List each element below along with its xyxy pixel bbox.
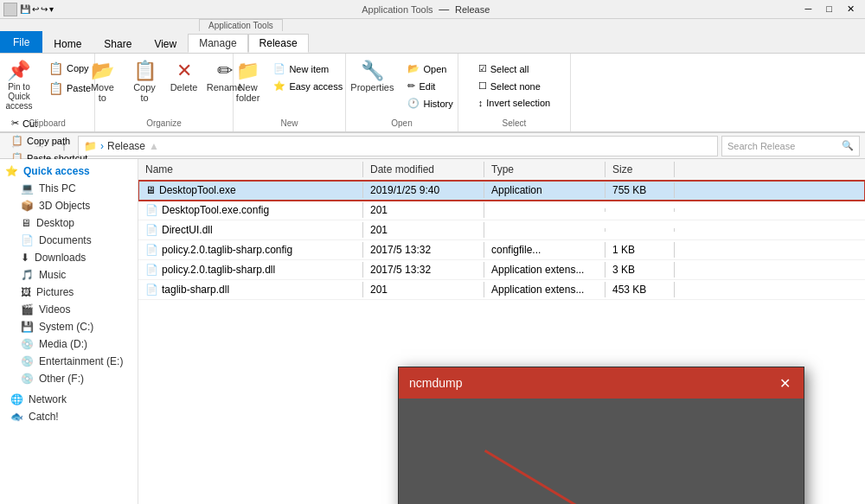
item-icon-9: 💿 — [21, 355, 34, 367]
computer-icon: 💻 — [21, 182, 34, 195]
breadcrumb-release: Release — [107, 140, 145, 152]
sidebar-item-5[interactable]: 🖼 Pictures — [0, 284, 138, 301]
window-controls: ─ □ ✕ — [798, 2, 862, 16]
select-buttons: ☑ Select all ☐ Select none ↕ Invert sele… — [467, 57, 561, 114]
sidebar-quick-access[interactable]: ⭐ Quick access — [0, 163, 138, 180]
sidebar-catch[interactable]: 🐟 Catch! — [0, 408, 138, 425]
dialog-body[interactable]: Drag '.ncm' files to here — [399, 399, 804, 504]
file-name-5: 📄 taglib-sharp.dll — [138, 282, 363, 297]
file-date-1: 201 — [363, 202, 484, 218]
sidebar-item-3[interactable]: ⬇ Downloads — [0, 249, 138, 266]
file-name-2: 📄 DirectUI.dll — [138, 222, 363, 238]
ribbon-new-section: 📁 New folder 📄 New item ⭐ Easy access Ne… — [234, 54, 346, 131]
tab-manage[interactable]: Manage — [188, 34, 247, 53]
select-all-icon: ☑ — [478, 63, 487, 74]
sidebar-item-2[interactable]: 📄 Documents — [0, 232, 138, 249]
file-date-2: 201 — [363, 222, 484, 238]
new-item-button[interactable]: 📄 New item — [267, 61, 349, 77]
select-none-button[interactable]: ☐ Select none — [472, 78, 556, 94]
file-row-2[interactable]: 📄 DirectUI.dll 201 — [138, 220, 865, 240]
file-row-5[interactable]: 📄 taglib-sharp.dll 201 Application exten… — [138, 280, 865, 300]
history-button[interactable]: 🕐 History — [401, 95, 458, 112]
file-date-4: 2017/5 13:32 — [363, 262, 484, 278]
file-date-5: 201 — [363, 282, 484, 297]
ribbon-select-section: ☑ Select all ☐ Select none ↕ Invert sele… — [458, 54, 571, 131]
window-title: Application Tools — Release — [54, 3, 798, 16]
sidebar-item-10[interactable]: 💿 Other (F:) — [0, 370, 138, 387]
file-name-0: 🖥 DesktopTool.exe — [138, 182, 363, 198]
file-size-5: 453 KB — [606, 282, 675, 297]
sidebar-item-0[interactable]: 📦 3D Objects — [0, 197, 138, 214]
file-type-0: Application — [484, 182, 606, 198]
item-icon-8: 💿 — [21, 338, 34, 350]
select-all-button[interactable]: ☑ Select all — [472, 61, 556, 77]
tab-view[interactable]: View — [143, 34, 188, 53]
copy-to-button[interactable]: 📋 Copy to — [125, 57, 164, 107]
dialog-close-button[interactable]: ✕ — [776, 374, 793, 392]
open-small-buttons: 📂 Open ✏ Edit 🕐 History — [401, 57, 458, 112]
catch-icon: 🐟 — [10, 411, 23, 423]
edit-button[interactable]: ✏ Edit — [401, 78, 458, 94]
easy-access-icon: ⭐ — [273, 80, 285, 92]
sidebar-this-pc[interactable]: 💻 This PC — [0, 180, 138, 197]
search-box[interactable]: Search Release 🔍 — [721, 136, 860, 156]
copy-to-icon: 📋 — [133, 61, 157, 80]
breadcrumb[interactable]: 📁 › Release ▲ — [78, 136, 718, 156]
search-placeholder: Search Release — [727, 141, 795, 151]
invert-selection-button[interactable]: ↕ Invert selection — [472, 95, 556, 111]
file-size-1 — [606, 208, 675, 212]
sidebar-item-9[interactable]: 💿 Entertainment (E:) — [0, 353, 138, 370]
move-to-button[interactable]: 📂 Move to — [82, 57, 123, 107]
sidebar-network[interactable]: 🌐 Network — [0, 391, 138, 408]
file-row-1[interactable]: 📄 DesktopTool.exe.config 201 — [138, 201, 865, 220]
undo-icon[interactable]: ↩ — [32, 4, 39, 14]
file-row-0[interactable]: 🖥 DesktopTool.exe 2019/1/25 9:40 Applica… — [138, 181, 865, 201]
tab-home[interactable]: Home — [42, 34, 93, 53]
pin-to-quick-access-button[interactable]: 📌 Pin to Quick access — [0, 57, 41, 115]
ribbon-organize-section: 📂 Move to 📋 Copy to ✕ Delete ✏ Rename Or… — [95, 54, 234, 131]
tab-share[interactable]: Share — [93, 34, 143, 53]
dialog-title-bar: ncmdump ✕ — [399, 367, 804, 399]
file-row-4[interactable]: 📄 policy.2.0.taglib-sharp.dll 2017/5 13:… — [138, 260, 865, 280]
ribbon-open-section: 🔧 Properties 📂 Open ✏ Edit 🕐 History — [346, 54, 458, 131]
sidebar-item-8[interactable]: 💿 Media (D:) — [0, 335, 138, 353]
redo-icon[interactable]: ↪ — [41, 4, 48, 14]
new-folder-button[interactable]: 📁 New folder — [230, 57, 266, 107]
copy-path-button[interactable]: 📋 Copy path — [5, 132, 89, 149]
properties-button[interactable]: 🔧 Properties — [344, 57, 400, 97]
tab-release[interactable]: Release — [248, 34, 309, 53]
sidebar-item-7[interactable]: 💾 System (C:) — [0, 318, 138, 335]
file-date-0: 2019/1/25 9:40 — [363, 182, 484, 198]
file-icon-4: 📄 — [145, 264, 158, 276]
sidebar-item-4[interactable]: 🎵 Music — [0, 266, 138, 284]
properties-icon: 🔧 — [361, 61, 384, 80]
ncmdump-dialog: ncmdump ✕ Drag '.ncm' files to here — [398, 367, 804, 504]
file-date-3: 2017/5 13:32 — [363, 242, 484, 258]
minimize-button[interactable]: ─ — [798, 2, 819, 16]
item-icon-6: 🎬 — [21, 303, 34, 316]
save-icon[interactable]: 💾 — [20, 4, 30, 14]
file-name-3: 📄 policy.2.0.taglib-sharp.config — [138, 242, 363, 258]
breadcrumb-item[interactable]: › — [100, 140, 104, 152]
file-type-1 — [484, 208, 606, 212]
svg-line-1 — [485, 450, 657, 504]
maximize-button[interactable]: □ — [819, 2, 839, 16]
file-type-4: Application extens... — [484, 262, 606, 278]
window-icon — [3, 3, 17, 16]
edit-icon: ✏ — [407, 80, 415, 92]
tab-file[interactable]: File — [0, 30, 42, 53]
ribbon: 📌 Pin to Quick access 📋 Copy 📋 Paste — [0, 54, 865, 133]
sidebar-item-6[interactable]: 🎬 Videos — [0, 301, 138, 318]
delete-button[interactable]: ✕ Delete — [166, 57, 202, 97]
file-size-0: 755 KB — [606, 182, 675, 198]
file-row-3[interactable]: 📄 policy.2.0.taglib-sharp.config 2017/5 … — [138, 240, 865, 260]
item-icon-0: 📦 — [21, 200, 34, 212]
file-icon-5: 📄 — [145, 284, 158, 296]
sidebar-item-1[interactable]: 🖥 Desktop — [0, 214, 138, 232]
close-button[interactable]: ✕ — [840, 2, 862, 16]
file-type-5: Application extens... — [484, 282, 606, 297]
col-date: Date modified — [363, 162, 484, 177]
paste-icon: 📋 — [48, 81, 63, 95]
easy-access-button[interactable]: ⭐ Easy access — [267, 78, 349, 94]
open-button[interactable]: 📂 Open — [401, 61, 458, 77]
